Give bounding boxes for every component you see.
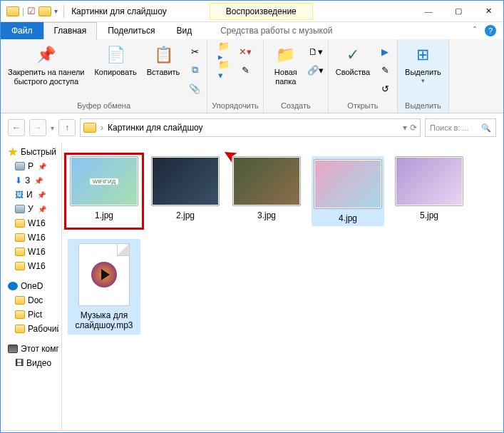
nav-row: ← → ▾ ↑ › Картинки для слайдшоу ▾ ⟳ Поис… [4,116,500,139]
onedrive-icon [8,282,18,290]
clipboard-icon: 📋 [152,44,175,66]
tree-item[interactable]: W16 [1,216,61,230]
tree-item[interactable]: W16 [1,230,61,245]
search-icon: 🔍 [481,123,491,133]
tree-label: Этот компьютер [21,344,58,354]
tree-quick-access[interactable]: Быстрый доступ [1,145,61,159]
tab-share[interactable]: Поделиться [97,22,165,39]
up-button[interactable]: ↑ [58,119,76,136]
explorer-body: Быстрый доступ Р📌 ⬇З📌 🖼И📌 У📌 W16 W16 W16… [1,142,503,430]
ribbon: 📌 Закрепить на панели быстрого доступа 📄… [1,39,503,113]
tree-item[interactable]: Рабочий стол [1,322,61,336]
tree-item[interactable]: 🎞Видео [1,356,61,370]
file-item[interactable]: 5.jpg [393,156,466,226]
drive-icon [15,205,25,213]
paste-label: Вставить [147,68,180,77]
tree-label: Рабочий стол [28,324,58,334]
tab-home[interactable]: Главная [43,22,98,39]
file-item-audio[interactable]: Музыка для слайдшоу.mp3 [68,239,140,335]
group-new: 📁 Новая папка 🗋▾ 🔗▾ Создать [264,39,329,113]
moveto-icon[interactable]: 📁▸ [217,44,233,59]
tree-label: Doc [28,295,43,305]
pin-label: Закрепить на панели быстрого доступа [8,68,84,86]
copy-label: Копировать [94,68,136,77]
forward-button[interactable]: → [29,119,46,136]
tree-item[interactable]: ⬇З📌 [1,173,61,188]
nav-tree[interactable]: Быстрый доступ Р📌 ⬇З📌 🖼И📌 У📌 W16 W16 W16… [1,142,62,430]
tab-view[interactable]: Вид [165,22,202,39]
paste-shortcut-icon[interactable]: 📎 [187,81,202,96]
tree-label: W16 [28,233,46,243]
pin-icon: 📌 [37,191,46,199]
chevron-down-icon: ▾ [421,77,425,85]
group-open-label: Открыть [347,100,378,111]
pin-icon: 📌 [34,177,43,185]
group-clipboard-label: Буфер обмена [77,100,130,111]
group-select: ⊞ Выделить ▾ Выделить [398,39,449,113]
folder-icon [15,262,25,270]
tree-thispc[interactable]: Этот компьютер [1,342,61,356]
breadcrumb[interactable]: Картинки для слайдшоу [108,123,203,133]
back-button[interactable]: ← [8,119,25,136]
file-item[interactable]: WIFIГИД 1.jpg [68,156,140,226]
file-list[interactable]: ➤ WIFIГИД 1.jpg 2.jpg 3.jpg 4.jpg 5.jpg … [62,142,503,430]
tab-file[interactable]: Файл [1,22,43,39]
properties-label: Свойства [336,68,370,77]
divider: | [22,6,24,16]
desktop-icon [15,162,25,170]
tree-item[interactable]: Pict [1,307,61,322]
maximize-button[interactable]: ▢ [443,1,473,22]
close-button[interactable]: ✕ [473,1,503,22]
folder-icon [15,325,25,333]
easy-access-icon[interactable]: 🔗▾ [308,62,324,78]
qat-overflow-icon[interactable]: ▾ [54,7,58,15]
rename-icon[interactable]: ✎ [237,62,253,78]
open-icon[interactable]: ▶ [377,44,393,59]
delete-icon[interactable]: ✕▾ [237,44,253,59]
edit-icon[interactable]: ✎ [377,62,393,78]
new-folder-button[interactable]: 📁 Новая папка [268,41,304,89]
tree-label: Быстрый доступ [21,147,58,157]
addr-dropdown-icon[interactable]: ▾ [403,123,407,133]
tree-item[interactable]: У📌 [1,202,61,216]
tree-item[interactable]: Doc [1,293,61,307]
tree-item[interactable]: 🖼И📌 [1,188,61,202]
new-item-icon[interactable]: 🗋▾ [308,44,324,59]
copy-button[interactable]: 📄 Копировать [91,41,139,80]
pin-quickaccess-button[interactable]: 📌 Закрепить на панели быстрого доступа [5,41,87,89]
refresh-icon[interactable]: ⟳ [410,123,417,133]
search-input[interactable]: Поиск в: ... 🔍 [425,118,496,137]
address-bar[interactable]: › Картинки для слайдшоу ▾ ⟳ [80,118,421,137]
file-name: 3.jpg [257,210,276,220]
file-item[interactable]: 2.jpg [149,156,222,226]
qat-checkbox-icon[interactable]: ☑ [27,6,36,16]
history-icon[interactable]: ↺ [377,81,393,96]
ribbon-collapse-icon[interactable]: ˆ [473,26,476,36]
tree-item[interactable]: W16 [1,245,61,259]
tree-item[interactable]: W16 [1,259,61,273]
copyto-icon[interactable]: 📁▾ [217,62,233,78]
select-all-label: Выделить [405,68,441,77]
new-folder-icon: 📁 [274,44,297,66]
breadcrumb-sep: › [101,123,103,133]
file-name: 2.jpg [176,210,195,220]
tab-music-tools[interactable]: Средства работы с музыкой [210,22,343,39]
minimize-button[interactable]: — [413,1,443,22]
tree-onedrive[interactable]: OneD [1,279,61,293]
qat-folder-icon[interactable] [38,6,51,16]
paste-button[interactable]: 📋 Вставить [144,41,183,80]
file-item[interactable]: 4.jpg [312,156,384,226]
tree-item[interactable]: Р📌 [1,159,61,173]
thumbnail [232,156,301,206]
properties-icon: ✓ [341,44,364,66]
cut-icon[interactable]: ✂ [187,44,202,59]
file-item[interactable]: 3.jpg [230,156,303,226]
window-controls: — ▢ ✕ [413,1,503,22]
help-icon[interactable]: ? [485,25,496,36]
addr-folder-icon [83,123,96,133]
copy-path-icon[interactable]: ⧉ [187,62,202,78]
recent-locations-icon[interactable]: ▾ [51,124,54,132]
properties-button[interactable]: ✓ Свойства [333,41,373,80]
downloads-icon: ⬇ [15,175,22,185]
select-all-button[interactable]: ⊞ Выделить ▾ [402,41,444,88]
